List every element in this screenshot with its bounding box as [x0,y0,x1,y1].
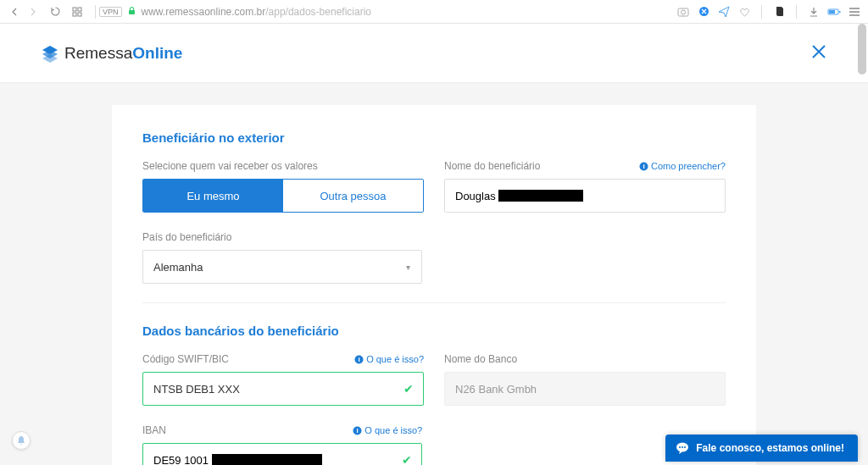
reload-button[interactable] [47,5,63,19]
country-select[interactable]: Alemanha [142,250,422,284]
svg-text:i: i [357,427,359,435]
info-icon: i [354,355,364,364]
chat-icon [676,442,689,454]
page-header: RemessaOnline [0,24,868,83]
country-label: País do beneficiário [142,231,422,243]
evernote-icon[interactable] [772,5,786,19]
logo[interactable]: RemessaOnline [41,44,182,63]
svg-point-6 [682,10,686,14]
chat-label: Fale conosco, estamos online! [696,442,844,454]
svg-point-19 [682,446,683,448]
form-card: Beneficiário no exterior Selecione quem … [112,105,756,465]
info-icon: i [353,426,362,435]
scrollbar[interactable] [858,24,866,75]
redacted-iban [212,454,322,465]
svg-rect-2 [73,13,76,16]
section-beneficiary-title: Beneficiário no exterior [142,130,726,145]
apps-icon[interactable] [70,5,85,19]
swift-help-link[interactable]: i O que é isso? [354,354,424,364]
svg-rect-10 [839,11,841,13]
svg-rect-9 [829,10,835,14]
shield-icon[interactable] [697,5,710,19]
iban-label: IBAN [142,424,166,436]
vpn-badge[interactable]: VPN [99,7,122,17]
download-icon[interactable] [807,5,821,19]
bank-name-label: Nome do Banco [444,353,726,365]
svg-rect-4 [129,10,135,14]
menu-icon[interactable] [848,5,861,19]
bank-name-input [444,372,726,406]
chat-widget[interactable]: Fale conosco, estamos online! [665,435,858,462]
section-divider [142,302,726,303]
check-icon: ✔ [403,382,414,396]
send-icon[interactable] [717,5,731,19]
swift-label: Código SWIFT/BIC [142,353,229,365]
battery-icon[interactable] [827,5,841,19]
swift-input[interactable] [142,372,424,406]
lock-icon [127,6,136,18]
address-bar[interactable]: www.remessaonline.com.br/app/dados-benef… [142,6,676,18]
forward-button[interactable] [25,4,41,19]
segment-other[interactable]: Outra pessoa [283,180,423,212]
beneficiary-name-label: Nome do beneficiário [444,160,540,172]
camera-icon[interactable] [676,5,690,19]
bell-icon [16,435,26,446]
svg-rect-5 [678,8,688,16]
notification-bell[interactable] [12,431,31,450]
svg-rect-1 [78,8,81,11]
svg-rect-0 [73,8,76,11]
select-recipient-label: Selecione quem vai receber os valores [142,160,424,172]
browser-toolbar: VPN www.remessaonline.com.br/app/dados-b… [0,0,868,24]
back-button[interactable] [7,4,22,19]
beneficiary-name-input[interactable]: Douglas [444,179,726,213]
iban-input[interactable]: DE59 1001 [142,443,422,465]
close-button[interactable] [810,40,827,66]
svg-point-20 [684,446,686,448]
section-bank-title: Dados bancários do beneficiário [142,324,726,338]
svg-rect-3 [78,13,81,16]
name-help-link[interactable]: i Como preencher? [639,161,726,171]
svg-text:i: i [359,356,360,363]
iban-help-link[interactable]: i O que é isso? [353,425,422,435]
check-icon: ✔ [402,453,412,465]
svg-point-18 [679,446,681,448]
svg-text:i: i [643,163,644,170]
recipient-segmented-control: Eu mesmo Outra pessoa [142,179,424,213]
logo-text: RemessaOnline [64,44,182,63]
content-area: Beneficiário no exterior Selecione quem … [0,83,868,465]
logo-icon [41,44,59,63]
redacted-name [498,190,583,202]
segment-self[interactable]: Eu mesmo [143,180,283,212]
heart-icon[interactable] [737,5,751,19]
info-icon: i [639,162,648,171]
